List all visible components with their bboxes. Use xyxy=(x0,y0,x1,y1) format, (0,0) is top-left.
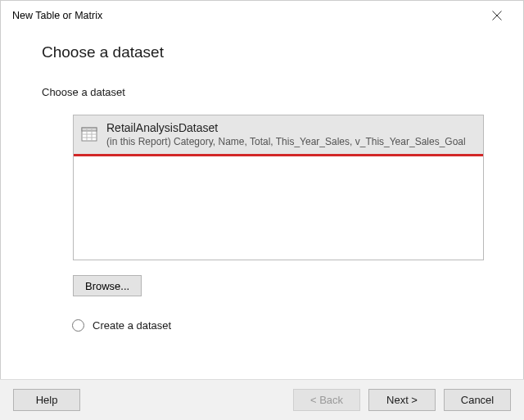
title-bar: New Table or Matrix xyxy=(1,1,523,30)
radio-unselected-icon[interactable] xyxy=(72,319,84,332)
close-icon xyxy=(492,11,502,20)
create-dataset-option[interactable]: Create a dataset xyxy=(72,319,500,332)
next-button[interactable]: Next > xyxy=(368,389,436,411)
page-heading: Choose a dataset xyxy=(42,43,500,61)
choose-dataset-label: Choose a dataset xyxy=(42,86,500,98)
footer-right: < Back Next > Cancel xyxy=(293,389,511,411)
dataset-item[interactable]: RetailAnalysisDataset (in this Report) C… xyxy=(74,115,483,154)
dataset-texts: RetailAnalysisDataset (in this Report) C… xyxy=(106,121,466,148)
cancel-button[interactable]: Cancel xyxy=(444,389,511,411)
browse-button[interactable]: Browse... xyxy=(73,275,142,296)
close-button[interactable] xyxy=(479,3,515,28)
create-dataset-label: Create a dataset xyxy=(93,319,171,332)
svg-rect-3 xyxy=(82,128,97,131)
help-button[interactable]: Help xyxy=(13,389,80,411)
window-title: New Table or Matrix xyxy=(12,10,102,21)
browse-row: Browse... xyxy=(73,275,500,296)
dialog-footer: Help < Back Next > Cancel xyxy=(0,379,524,420)
footer-left: Help xyxy=(13,389,80,411)
back-button: < Back xyxy=(293,389,360,411)
table-icon xyxy=(80,125,98,143)
dataset-listbox[interactable]: RetailAnalysisDataset (in this Report) C… xyxy=(73,115,484,260)
dialog-content: Choose a dataset Choose a dataset Retail… xyxy=(1,30,523,332)
dataset-description: (in this Report) Category, Name, Total, … xyxy=(106,136,466,148)
dataset-name: RetailAnalysisDataset xyxy=(106,121,466,136)
